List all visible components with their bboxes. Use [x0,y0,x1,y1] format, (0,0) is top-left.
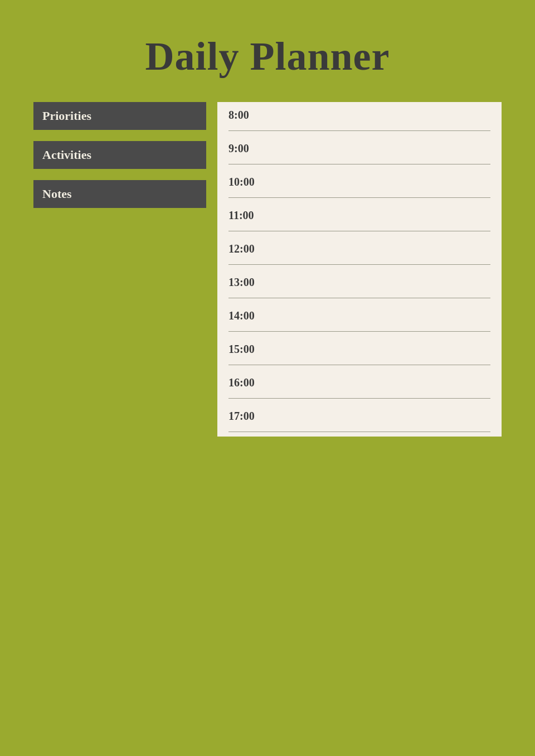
time-label-3: 11:00 [228,209,490,222]
time-slot-9[interactable]: 17:00 [217,403,502,437]
time-label-0: 8:00 [228,109,490,122]
notes-section: Notes [33,180,206,208]
time-divider-1 [228,164,490,164]
time-slot-5[interactable]: 13:00 [217,269,502,303]
main-content: Priorities Activities Notes 8:00 9:00 [33,102,502,437]
time-slot-6[interactable]: 14:00 [217,303,502,336]
time-divider-7 [228,365,490,365]
time-label-1: 9:00 [228,142,490,155]
page-title: Daily Planner [33,22,502,85]
time-slot-8[interactable]: 16:00 [217,370,502,403]
time-divider-4 [228,264,490,265]
priorities-section: Priorities [33,102,206,130]
time-label-2: 10:00 [228,176,490,188]
time-divider-3 [228,231,490,231]
time-slot-0[interactable]: 8:00 [217,102,502,135]
time-divider-5 [228,298,490,298]
time-label-9: 17:00 [228,410,490,423]
time-slot-3[interactable]: 11:00 [217,202,502,236]
activities-header: Activities [33,141,206,169]
time-divider-8 [228,398,490,399]
time-slot-7[interactable]: 15:00 [217,336,502,370]
time-label-4: 12:00 [228,243,490,255]
time-slot-1[interactable]: 9:00 [217,135,502,169]
schedule-column: 8:00 9:00 10:00 11:00 12:00 13:00 [217,102,502,437]
time-label-7: 15:00 [228,343,490,356]
time-label-8: 16:00 [228,376,490,389]
time-label-6: 14:00 [228,309,490,322]
notes-header: Notes [33,180,206,208]
time-divider-0 [228,130,490,131]
priorities-header: Priorities [33,102,206,130]
activities-section: Activities [33,141,206,169]
time-divider-2 [228,197,490,198]
time-label-5: 13:00 [228,276,490,289]
time-divider-9 [228,432,490,432]
time-slot-2[interactable]: 10:00 [217,169,502,202]
page-container: Daily Planner Priorities Activities Note… [33,22,502,437]
time-divider-6 [228,331,490,332]
time-slot-4[interactable]: 12:00 [217,236,502,269]
left-column: Priorities Activities Notes [33,102,206,219]
